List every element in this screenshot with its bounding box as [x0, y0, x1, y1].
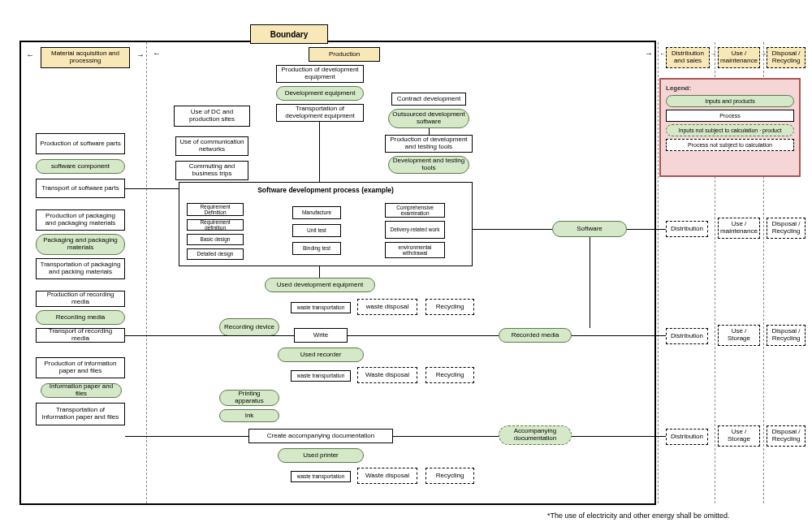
- arrow-left-rec: [125, 335, 294, 336]
- box-transport-packaging: Transportation of packaging and packing …: [36, 258, 125, 279]
- arrow-dev-down: [319, 122, 320, 182]
- r1-disp: Disposal / Recycling: [767, 218, 806, 239]
- col-divider-2: [658, 42, 659, 503]
- arrow-doc-right: [393, 436, 499, 437]
- bracket-material-r: →: [136, 50, 145, 59]
- arrow-used-down: [319, 266, 320, 278]
- box-prod-recording: Production of recording media: [36, 291, 125, 307]
- dev-c2c: Binding test: [292, 242, 341, 255]
- box-use-comm: Use of communication networks: [175, 136, 248, 156]
- dev-c2b: Unit test: [292, 224, 341, 237]
- box-tools-prod: Production of development and testing to…: [385, 135, 473, 153]
- dev-c3a: Comprehensive examination: [385, 203, 445, 218]
- box-transport-software: Transport of software parts: [36, 179, 125, 198]
- r3-use: Use / Storage: [718, 425, 760, 447]
- box-rec-device: Recording device: [219, 318, 279, 336]
- box-recording-media: Recording media: [36, 310, 125, 325]
- dev-process-title: Software development process (example): [179, 183, 472, 197]
- header-distribution: Distribution and sales: [666, 47, 710, 68]
- arrow-rec-right: [572, 335, 666, 336]
- box-transport-dev-equip: Transportation of development equipment: [276, 104, 364, 122]
- r3-dist: Distribution: [666, 429, 708, 445]
- box-create-doc: Create accompanying documentation: [248, 429, 393, 443]
- legend-inputs: Inputs and products: [666, 95, 794, 107]
- box-information-paper: Information paper and files: [41, 383, 122, 398]
- box-waste-trans-3: waste transportation: [291, 471, 351, 482]
- dev-c1b: Requirement definition: [187, 219, 244, 231]
- box-software-component: software component: [36, 159, 125, 174]
- box-waste-trans-1: waste transportation: [291, 302, 351, 313]
- box-prod-dev-equip: Production of development equipment: [276, 65, 364, 83]
- dev-c3b: Delivery-related work: [385, 221, 445, 239]
- box-ink: Ink: [219, 409, 279, 422]
- box-prod-paper: Production of information paper and file…: [36, 357, 125, 378]
- header-material: Material acquisition and processing: [41, 47, 130, 68]
- bracket-dist-l: ←: [659, 50, 666, 58]
- r1-dist: Distribution: [666, 221, 708, 237]
- dev-c1d: Detailed design: [187, 248, 244, 260]
- dev-c1c: Basic design: [187, 234, 244, 245]
- box-used-recorder: Used recorder: [278, 348, 364, 362]
- box-accomp-doc: Accompanying documentation: [499, 425, 572, 445]
- arrow-write-rec: [348, 335, 499, 336]
- dev-c2a: Manufacture: [292, 206, 341, 219]
- header-use: Use / maintenance: [718, 47, 760, 68]
- box-prod-packaging: Production of packaging and packaging ma…: [36, 209, 125, 231]
- footnote: *The use of electricity and other energy…: [547, 512, 730, 520]
- r2-dist: Distribution: [666, 328, 708, 344]
- col-divider-1: [146, 42, 147, 503]
- legend-process-not: Process not subject to calculation: [666, 139, 794, 151]
- box-waste-trans-2: waste transportation: [291, 370, 351, 382]
- arrow-outsrc-down: [429, 128, 430, 135]
- header-disposal: Disposal / Recycling: [767, 47, 806, 68]
- legend-box: Legend: Inputs and products Process Inpu…: [659, 78, 801, 177]
- box-prod-software-parts: Production of software parts: [36, 133, 125, 154]
- bracket-material-l: ←: [26, 50, 34, 59]
- box-packaging-materials: Packaging and packaging materials: [36, 234, 125, 255]
- arrow-recorded-up: [590, 237, 590, 328]
- arrow-software-out: [473, 229, 552, 230]
- box-used-printer: Used printer: [278, 448, 364, 463]
- box-dev-tools: Development and testing tools: [388, 156, 469, 174]
- box-use-dc: Use of DC and production sites: [174, 106, 250, 127]
- box-recycle-3: Recycling: [425, 468, 474, 484]
- arrow-left-paper: [125, 436, 248, 437]
- box-write: Write: [294, 328, 348, 343]
- r3-disp: Disposal / Recycling: [767, 425, 806, 447]
- box-contract-dev: Contract development: [391, 93, 466, 106]
- box-recycle-2: Recycling: [425, 367, 474, 383]
- legend-inputs-not: Inputs not subject to calculation · prod…: [666, 124, 794, 136]
- arrow-doc-r2: [572, 436, 666, 437]
- legend-title: Legend:: [666, 84, 794, 92]
- arrow-left-1: [125, 188, 179, 189]
- box-software: Software: [552, 221, 627, 237]
- box-outsourced: Outsourced development software: [388, 109, 469, 128]
- bracket-production-r: →: [645, 49, 653, 58]
- box-used-dev: Used development equipment: [265, 278, 375, 292]
- r2-disp: Disposal / Recycling: [767, 325, 806, 346]
- box-recorded-media: Recorded media: [499, 328, 572, 343]
- box-transport-recording: Transport of recording media: [36, 328, 125, 343]
- dev-c1a: Requirement Definition: [187, 203, 244, 216]
- legend-process: Process: [666, 110, 794, 122]
- r2-use: Use / Storage: [718, 325, 760, 346]
- box-waste-disp-2: Waste disposal: [357, 367, 417, 383]
- box-printing-app: Printing apparatus: [219, 390, 279, 406]
- bracket-production-l: ←: [153, 49, 161, 58]
- r1-use: Use / maintenance: [718, 218, 760, 239]
- arrow-software-right: [627, 229, 666, 230]
- box-waste-disp-1: waste disposal: [357, 299, 417, 315]
- box-commuting: Commuting and business trips: [175, 161, 248, 180]
- dev-c3c: environmental withdrawal: [385, 242, 445, 258]
- header-boundary: Boundary: [250, 24, 328, 44]
- header-production: Production: [309, 47, 380, 62]
- box-dev-equipment: Development equipment: [276, 86, 364, 101]
- box-recycle-1: Recycling: [425, 299, 474, 315]
- box-waste-disp-3: Waste disposal: [357, 468, 417, 484]
- box-transport-paper: Transportation of information paper and …: [36, 403, 125, 425]
